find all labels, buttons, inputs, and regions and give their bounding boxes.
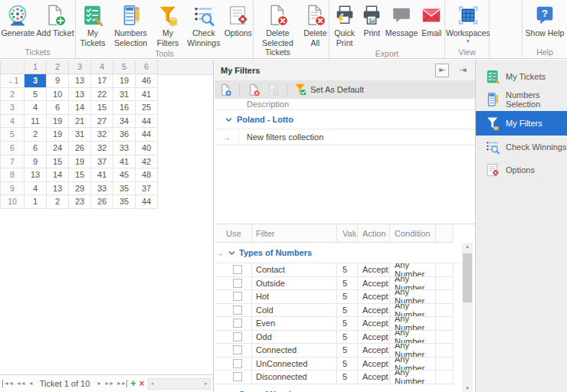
ticket-number-cell[interactable]: 42: [136, 155, 158, 169]
delete-all-button[interactable]: Delete All: [302, 3, 329, 48]
sidebar-item-my-tickets[interactable]: My Tickets: [476, 65, 567, 88]
condition-cell[interactable]: Any Number: [390, 371, 436, 384]
sidebar-item-my-filters[interactable]: My Filters: [476, 111, 567, 136]
ticket-number-cell[interactable]: 14: [69, 101, 91, 115]
delete-filter-collection-button[interactable]: [246, 82, 261, 97]
action-cell[interactable]: Accept: [358, 358, 390, 371]
collection-group-row[interactable]: Poland - Lotto: [215, 110, 475, 129]
ticket-number-cell[interactable]: 9: [47, 74, 69, 88]
column-header-filter[interactable]: Filter: [252, 224, 337, 243]
ticket-number-cell[interactable]: 2: [47, 195, 69, 209]
ticket-number-cell[interactable]: 34: [113, 115, 136, 129]
ticket-number-cell[interactable]: 3: [25, 74, 47, 88]
row-header[interactable]: 7: [0, 155, 25, 169]
column-header[interactable]: 4: [91, 60, 113, 74]
nav-first-icon[interactable]: ◄◄: [2, 380, 13, 387]
ticket-number-cell[interactable]: 33: [113, 142, 136, 155]
column-header[interactable]: 6: [136, 60, 158, 74]
filter-group-row[interactable]: → Types of Numbers: [215, 243, 475, 263]
ticket-number-cell[interactable]: 37: [136, 182, 158, 196]
action-cell[interactable]: Accept: [358, 277, 390, 291]
column-header-action[interactable]: Action: [358, 224, 390, 243]
sidebar-item-numbers-selection[interactable]: Numbers Selection: [476, 88, 567, 111]
value-cell[interactable]: 5: [337, 371, 358, 384]
clear-filters-button-disabled[interactable]: [265, 82, 280, 97]
ticket-number-cell[interactable]: 41: [91, 168, 113, 182]
condition-cell[interactable]: Any Number: [390, 317, 436, 331]
filter-name-cell[interactable]: Cold: [252, 304, 337, 318]
ticket-number-cell[interactable]: 13: [47, 182, 69, 196]
vertical-scrollbar[interactable]: ▲ ▼: [462, 243, 473, 392]
show-help-button[interactable]: ? Show Help: [525, 3, 565, 39]
sidebar-item-check-winnings[interactable]: Check Winnings: [476, 136, 567, 158]
value-cell[interactable]: 5: [337, 317, 358, 331]
value-cell[interactable]: 5: [337, 344, 358, 358]
ticket-number-cell[interactable]: 15: [69, 168, 91, 182]
column-header[interactable]: 5: [113, 60, 136, 74]
condition-cell[interactable]: Any Number: [390, 358, 436, 371]
numbers-selection-button[interactable]: Numbers Selection: [110, 3, 152, 48]
condition-cell[interactable]: Any Number: [390, 277, 436, 291]
ticket-number-cell[interactable]: 32: [91, 128, 113, 142]
ticket-number-cell[interactable]: 44: [136, 128, 158, 142]
ticket-number-cell[interactable]: 45: [113, 168, 136, 182]
row-header[interactable]: 5: [0, 128, 25, 142]
ticket-number-cell[interactable]: 40: [136, 142, 158, 155]
message-button[interactable]: Message: [384, 3, 418, 39]
my-tickets-button[interactable]: My Tickets: [76, 3, 110, 48]
ticket-number-cell[interactable]: 6: [25, 142, 47, 155]
ticket-number-cell[interactable]: 21: [69, 115, 91, 129]
ticket-number-cell[interactable]: 17: [91, 74, 113, 88]
value-cell[interactable]: 5: [337, 331, 358, 345]
column-header-use[interactable]: Use: [224, 224, 252, 243]
filter-name-cell[interactable]: Contact: [252, 263, 337, 277]
ticket-number-cell[interactable]: 24: [47, 142, 69, 155]
filter-name-cell[interactable]: Even: [252, 317, 337, 331]
filter-name-cell[interactable]: Disconnected: [252, 371, 337, 384]
column-header-condition[interactable]: Condition: [390, 224, 436, 243]
column-header[interactable]: 3: [69, 60, 91, 74]
ticket-number-cell[interactable]: 2: [25, 128, 47, 142]
row-header[interactable]: 9: [0, 182, 25, 196]
nav-last-icon[interactable]: ►►: [116, 380, 127, 387]
ticket-number-cell[interactable]: 10: [47, 88, 69, 102]
nav-prev-icon[interactable]: ◄: [28, 380, 33, 387]
column-header[interactable]: 1: [25, 60, 47, 74]
ticket-number-cell[interactable]: 37: [91, 155, 113, 169]
action-cell[interactable]: Accept: [358, 317, 390, 331]
dock-right-icon[interactable]: ⇥: [457, 64, 469, 77]
nav-next-icon[interactable]: ►: [97, 380, 101, 387]
options-button[interactable]: Options: [223, 3, 253, 39]
condition-cell[interactable]: Any Number: [390, 290, 436, 304]
use-checkbox[interactable]: [233, 345, 242, 354]
row-header[interactable]: →1: [0, 74, 25, 88]
ticket-number-cell[interactable]: 13: [69, 74, 91, 88]
ticket-number-cell[interactable]: 48: [136, 168, 158, 182]
add-ticket-button[interactable]: Add Ticket: [36, 3, 75, 39]
ticket-number-cell[interactable]: 15: [91, 101, 113, 115]
ticket-number-cell[interactable]: 5: [25, 88, 47, 102]
use-checkbox[interactable]: [233, 305, 242, 315]
workspaces-button[interactable]: Workspaces ▼: [445, 3, 491, 44]
ticket-number-cell[interactable]: 46: [136, 74, 158, 88]
use-checkbox[interactable]: [233, 292, 242, 301]
use-checkbox[interactable]: [233, 372, 242, 381]
use-checkbox[interactable]: [233, 359, 242, 368]
dock-left-icon[interactable]: ⇤: [435, 64, 449, 77]
filter-name-cell[interactable]: Outside: [252, 277, 337, 291]
ticket-number-cell[interactable]: 19: [69, 155, 91, 169]
ticket-number-cell[interactable]: 19: [113, 74, 136, 88]
value-cell[interactable]: 5: [337, 358, 358, 371]
ticket-number-cell[interactable]: 13: [25, 168, 47, 182]
value-cell[interactable]: 5: [337, 304, 358, 318]
filter-name-cell[interactable]: Hot: [252, 290, 337, 304]
description-column-header[interactable]: Description: [215, 99, 475, 110]
condition-cell[interactable]: Any Number: [390, 263, 436, 277]
value-cell[interactable]: 5: [337, 290, 358, 304]
row-header[interactable]: 6: [0, 142, 25, 155]
filter-collection-row[interactable]: → New filters collection: [215, 129, 475, 145]
horizontal-scrollbar[interactable]: ◄ ►: [148, 378, 211, 390]
ticket-number-cell[interactable]: 4: [25, 182, 47, 196]
ticket-number-cell[interactable]: 19: [47, 128, 69, 142]
filter-group-row-partial[interactable]: Sum of Numbers: [215, 384, 475, 392]
